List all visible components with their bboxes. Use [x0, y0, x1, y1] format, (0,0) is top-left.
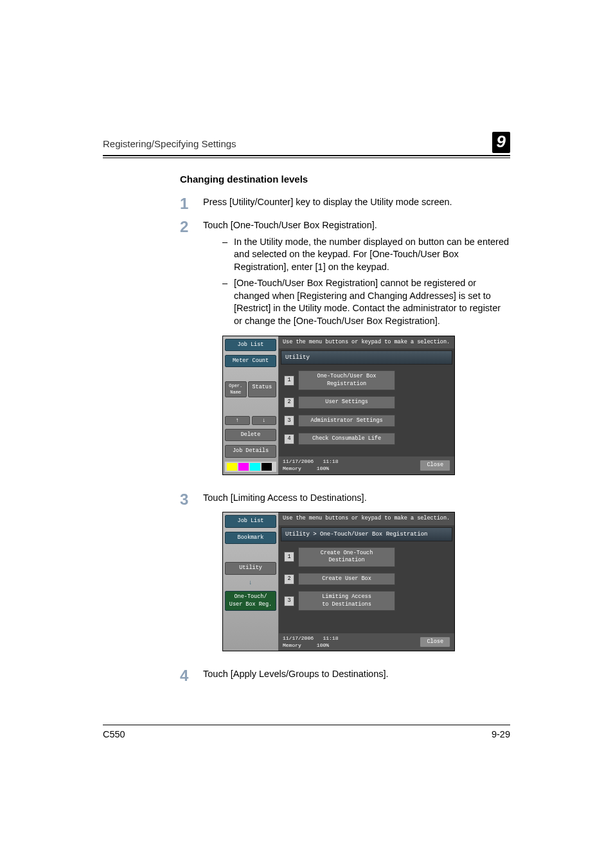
panel-title: Utility [281, 350, 452, 365]
section-name: Registering/Specifying Settings [103, 138, 236, 149]
step-number: 3 [180, 492, 203, 661]
delete-button[interactable]: Delete [225, 429, 276, 441]
status-button[interactable]: Status [248, 381, 277, 397]
step-number: 1 [180, 196, 203, 212]
onetouch-userbox-button[interactable]: One-Touch/ User Box Reg. [225, 591, 276, 611]
step-sub-1: – In the Utility mode, the number displa… [222, 236, 510, 274]
toner-indicator [225, 462, 276, 472]
arrow-down-icon: ↓ [225, 579, 276, 588]
meter-count-button[interactable]: Meter Count [225, 355, 276, 367]
status-bar: 11/17/2006 11:18 Memory 100% Close [279, 457, 454, 475]
content-body: Changing destination levels 1 Press [Uti… [180, 174, 510, 683]
close-button[interactable]: Close [420, 460, 450, 471]
toner-c-icon [250, 463, 260, 471]
hint-text: Use the menu buttons or keypad to make a… [279, 512, 454, 525]
page-header: Registering/Specifying Settings 9 [103, 132, 510, 158]
arrow-up-icon[interactable]: ↑ [225, 416, 250, 425]
toner-y-icon [227, 463, 237, 471]
screenshot-onetouch: Job List Bookmark Utility ↓ One-Touch/ U… [222, 512, 455, 651]
step-text: Touch [One-Touch/User Box Registration]. [203, 219, 510, 232]
page-footer: C550 9-29 [103, 725, 510, 739]
step-sub-2: – [One-Touch/User Box Registration] cann… [222, 277, 510, 327]
step-text: Touch [Limiting Access to Destinations]. [203, 492, 510, 505]
model-name: C550 [103, 729, 125, 739]
oper-name-label: Oper. Name [225, 381, 247, 397]
step-number: 4 [180, 668, 203, 683]
utility-button[interactable]: Utility [225, 562, 276, 574]
job-details-button[interactable]: Job Details [225, 445, 276, 457]
job-list-button[interactable]: Job List [225, 515, 276, 527]
bookmark-button[interactable]: Bookmark [225, 532, 276, 544]
section-heading: Changing destination levels [180, 174, 510, 185]
arrow-buttons: ↑ ↓ [225, 416, 276, 425]
option-2[interactable]: 2User Settings [284, 396, 449, 408]
option-3[interactable]: 3Limiting Access to Destinations [284, 591, 449, 611]
status-bar: 11/17/2006 11:18 Memory 100% Close [279, 633, 454, 651]
step-number: 2 [180, 219, 203, 484]
panel-title: Utility > One-Touch/User Box Registratio… [281, 527, 452, 541]
step-4: 4 Touch [Apply Levels/Groups to Destinat… [180, 668, 510, 683]
job-list-button[interactable]: Job List [225, 339, 276, 351]
screenshot-utility: Job List Meter Count Oper. Name Status ↑… [222, 336, 455, 475]
toner-k-icon [262, 463, 272, 471]
step-text: Touch [Apply Levels/Groups to Destinatio… [203, 668, 510, 683]
option-4[interactable]: 4Check Consumable Life [284, 433, 449, 445]
step-text: Press [Utility/Counter] key to display t… [203, 196, 510, 212]
option-1[interactable]: 1One-Touch/User Box Registration [284, 370, 449, 390]
step-1: 1 Press [Utility/Counter] key to display… [180, 196, 510, 212]
toner-m-icon [238, 463, 249, 471]
arrow-down-icon[interactable]: ↓ [252, 416, 277, 425]
option-3[interactable]: 3Administrator Settings [284, 415, 449, 427]
chapter-number: 9 [492, 132, 510, 153]
step-3: 3 Touch [Limiting Access to Destinations… [180, 492, 510, 661]
step-2: 2 Touch [One-Touch/User Box Registration… [180, 219, 510, 484]
close-button[interactable]: Close [420, 637, 450, 647]
option-2[interactable]: 2Create User Box [284, 573, 449, 585]
page-number: 9-29 [492, 729, 510, 739]
hint-text: Use the menu buttons or keypad to make a… [279, 336, 454, 348]
option-1[interactable]: 1Create One-Touch Destination [284, 547, 449, 567]
